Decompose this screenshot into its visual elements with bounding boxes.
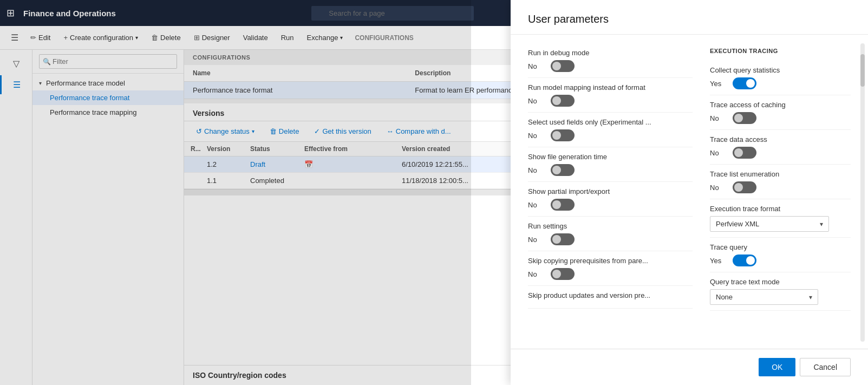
- param-run-settings-value: No: [528, 236, 544, 244]
- param-partial-import-value: No: [528, 201, 544, 209]
- param-trace-caching-label: Trace access of caching: [710, 101, 851, 109]
- param-execution-trace-format: Execution trace format Perfview XML ▾: [710, 199, 851, 238]
- toggle-skip-copy[interactable]: [551, 268, 575, 280]
- chevron-down-icon: ▾: [809, 293, 812, 301]
- param-select-fields-label: Select used fields only (Experimental ..…: [528, 118, 693, 126]
- param-run-debug-label: Run in debug mode: [528, 49, 693, 57]
- param-run-model-label: Run model mapping instead of format: [528, 83, 693, 92]
- param-collect-query-label: Collect query statistics: [710, 66, 851, 74]
- param-run-settings-label: Run settings: [528, 222, 693, 230]
- param-skip-product-label: Skip product updates and version pre...: [528, 291, 690, 299]
- panel-header: User parameters: [511, 0, 868, 35]
- param-skip-product: Skip product updates and version pre...: [528, 286, 693, 309]
- param-trace-data-value: No: [710, 149, 726, 157]
- param-trace-caching: Trace access of caching No: [710, 95, 851, 130]
- param-trace-data: Trace data access No: [710, 130, 851, 165]
- param-run-debug: Run in debug mode No: [528, 43, 693, 78]
- execution-trace-format-value: Perfview XML: [716, 220, 759, 228]
- param-trace-data-label: Trace data access: [710, 135, 851, 143]
- param-run-settings: Run settings No: [528, 217, 693, 251]
- toggle-show-file-time[interactable]: [551, 164, 575, 176]
- param-collect-query-value: Yes: [710, 80, 726, 88]
- panel-scrollbar[interactable]: [860, 43, 865, 342]
- param-run-model: Run model mapping instead of format No: [528, 78, 693, 113]
- overlay-backdrop: [0, 0, 471, 385]
- query-trace-mode-label: Query trace text mode: [710, 278, 851, 286]
- param-query-trace-mode: Query trace text mode None ▾: [710, 272, 851, 311]
- execution-trace-format-dropdown[interactable]: Perfview XML ▾: [710, 216, 829, 232]
- toggle-trace-query[interactable]: [733, 255, 756, 266]
- param-select-fields-value: No: [528, 132, 544, 140]
- param-partial-import: Show partial import/export No: [528, 182, 693, 217]
- toggle-collect-query[interactable]: [733, 77, 756, 89]
- param-skip-copy-label: Skip copying prerequisites from pare...: [528, 257, 690, 265]
- param-select-fields: Select used fields only (Experimental ..…: [528, 113, 693, 147]
- params-right: EXECUTION TRACING Collect query statisti…: [710, 43, 851, 340]
- toggle-run-debug[interactable]: [551, 60, 575, 72]
- query-trace-mode-value: None: [716, 293, 733, 301]
- execution-tracing-title: EXECUTION TRACING: [710, 43, 851, 61]
- param-show-file-time-label: Show file generation time: [528, 153, 693, 161]
- user-params-panel: User parameters Run in debug mode No Run…: [511, 0, 868, 385]
- panel-body: Run in debug mode No Run model mapping i…: [511, 35, 868, 349]
- query-trace-mode-dropdown[interactable]: None ▾: [710, 289, 818, 305]
- toggle-partial-import[interactable]: [551, 199, 575, 211]
- param-show-file-time: Show file generation time No: [528, 147, 693, 182]
- param-show-file-time-value: No: [528, 166, 544, 174]
- params-left: Run in debug mode No Run model mapping i…: [528, 43, 693, 340]
- toggle-trace-data[interactable]: [733, 147, 756, 159]
- ok-button[interactable]: OK: [759, 358, 795, 376]
- param-skip-copy: Skip copying prerequisites from pare... …: [528, 251, 693, 286]
- param-run-model-value: No: [528, 97, 544, 105]
- param-trace-list-value: No: [710, 184, 726, 192]
- param-partial-import-label: Show partial import/export: [528, 187, 693, 195]
- chevron-down-icon: ▾: [820, 220, 823, 228]
- param-skip-copy-value: No: [528, 270, 544, 278]
- panel-footer: OK Cancel: [511, 349, 868, 385]
- param-trace-query-value: Yes: [710, 257, 726, 265]
- param-trace-query: Trace query Yes: [710, 238, 851, 272]
- panel-scroll-thumb[interactable]: [860, 54, 865, 87]
- param-trace-list: Trace list enumeration No: [710, 165, 851, 199]
- param-trace-query-label: Trace query: [710, 243, 851, 251]
- toggle-run-settings[interactable]: [551, 233, 575, 245]
- toggle-select-fields[interactable]: [551, 129, 575, 141]
- param-collect-query: Collect query statistics Yes: [710, 61, 851, 95]
- toggle-trace-caching[interactable]: [733, 112, 756, 124]
- panel-title: User parameters: [528, 13, 851, 25]
- param-run-debug-value: No: [528, 62, 544, 70]
- toggle-trace-list[interactable]: [733, 181, 756, 193]
- cancel-button[interactable]: Cancel: [800, 358, 851, 376]
- param-trace-list-label: Trace list enumeration: [710, 170, 851, 178]
- param-trace-caching-value: No: [710, 114, 726, 122]
- execution-trace-format-label: Execution trace format: [710, 205, 851, 213]
- toggle-run-model[interactable]: [551, 95, 575, 107]
